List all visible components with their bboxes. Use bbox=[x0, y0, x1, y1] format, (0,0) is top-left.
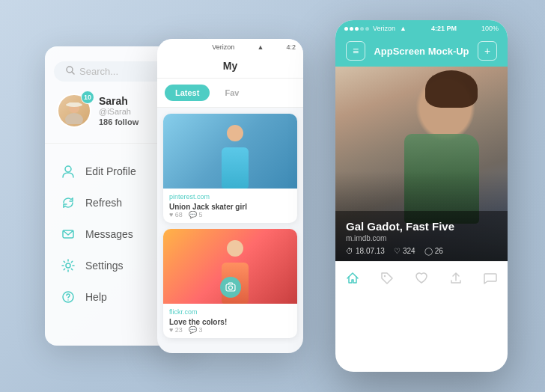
menu-label-messages: Messages bbox=[85, 228, 133, 240]
dot2 bbox=[170, 46, 174, 49]
mid-card-2-likes: ♥ 23 bbox=[169, 326, 183, 334]
mid-panel: Verizon ▲ 4:2 My Latest Fav pinterest.co… bbox=[157, 39, 303, 353]
hero-stats: ⏱ 18.07.13 ♡ 324 ◯ 26 bbox=[346, 247, 497, 255]
svg-point-3 bbox=[65, 113, 83, 124]
add-button[interactable]: + bbox=[478, 41, 497, 61]
menu-label-settings: Settings bbox=[85, 260, 124, 272]
hero-hair bbox=[425, 70, 478, 108]
wifi-icon: ▲ bbox=[400, 25, 407, 32]
mid-card-1-title: Union Jack skater girl bbox=[169, 203, 291, 211]
mid-card-2-comments: 💬 3 bbox=[189, 326, 203, 334]
mid-card-2-stats: ♥ 23 💬 3 bbox=[169, 326, 291, 334]
mid-wifi-icon: ▲ bbox=[257, 43, 264, 51]
notification-badge: 10 bbox=[81, 91, 94, 104]
menu-label-edit-profile: Edit Profile bbox=[85, 165, 136, 177]
svg-point-11 bbox=[67, 299, 69, 301]
hero-date: 18.07.13 bbox=[356, 247, 385, 255]
battery-label: 100% bbox=[481, 25, 499, 32]
hero-likes-stat: ♡ 324 bbox=[394, 247, 415, 255]
gear-icon bbox=[60, 257, 76, 274]
dot3 bbox=[175, 46, 179, 49]
search-icon bbox=[66, 66, 75, 77]
mid-card-2-info: flickr.com Love the colors! ♥ 23 💬 3 bbox=[163, 304, 297, 338]
mid-header-title: My bbox=[223, 60, 237, 72]
status-left: Verizon ▲ bbox=[344, 25, 407, 32]
mid-carrier: Verizon bbox=[212, 43, 234, 51]
carrier-label: Verizon bbox=[373, 25, 395, 32]
menu-label-help: Help bbox=[85, 291, 107, 303]
svg-point-7 bbox=[65, 166, 71, 172]
mid-card-2[interactable]: flickr.com Love the colors! ♥ 23 💬 3 bbox=[163, 229, 297, 338]
mid-card-1-comments: 💬 5 bbox=[189, 211, 203, 218]
hero-source: m.imdb.com bbox=[346, 234, 497, 242]
envelope-icon bbox=[60, 226, 76, 242]
svg-point-14 bbox=[384, 275, 386, 277]
hero-date-stat: ⏱ 18.07.13 bbox=[346, 247, 385, 255]
comment-icon: ◯ bbox=[424, 247, 433, 255]
refresh-icon bbox=[60, 195, 76, 211]
menu-button[interactable]: ≡ bbox=[346, 41, 365, 61]
hero-caption: Gal Gadot, Fast Five m.imdb.com ⏱ 18.07.… bbox=[335, 211, 508, 261]
mid-card-1-stats: ♥ 68 💬 5 bbox=[169, 211, 291, 218]
dot1 bbox=[165, 46, 168, 49]
mid-card-2-title: Love the colors! bbox=[169, 318, 291, 326]
menu-label-refresh: Refresh bbox=[85, 197, 122, 209]
dot4 bbox=[180, 46, 184, 49]
s-dot3 bbox=[355, 27, 359, 31]
avatar-wrap: 10 bbox=[57, 94, 91, 128]
hero-comments-stat: ◯ 26 bbox=[424, 247, 443, 255]
mid-status-bar: Verizon ▲ 4:2 bbox=[157, 39, 303, 54]
mid-time: 4:2 bbox=[286, 43, 296, 51]
search-placeholder: Search... bbox=[79, 66, 118, 77]
mid-content: pinterest.com Union Jack skater girl ♥ 6… bbox=[157, 108, 303, 344]
clock-icon: ⏱ bbox=[346, 247, 353, 255]
nav-tag[interactable] bbox=[378, 269, 396, 287]
app-header: ≡ AppScreen Mock-Up + bbox=[335, 35, 508, 67]
tab-latest[interactable]: Latest bbox=[165, 85, 210, 101]
bottom-nav bbox=[335, 261, 508, 295]
nav-share[interactable] bbox=[447, 269, 465, 287]
mid-tabs: Latest Fav bbox=[157, 79, 303, 108]
right-panel: Verizon ▲ 4:21 PM 100% ≡ AppScreen Mock-… bbox=[335, 20, 508, 372]
s-dot2 bbox=[350, 27, 353, 31]
tab-favorites[interactable]: Fav bbox=[214, 85, 249, 101]
nav-home[interactable] bbox=[344, 269, 362, 287]
mid-card-1-source: pinterest.com bbox=[169, 193, 291, 200]
nav-heart[interactable] bbox=[412, 269, 430, 287]
svg-point-13 bbox=[228, 286, 232, 290]
svg-rect-12 bbox=[226, 284, 235, 291]
hero-title: Gal Gadot, Fast Five bbox=[346, 220, 497, 233]
hero-image: Gal Gadot, Fast Five m.imdb.com ⏱ 18.07.… bbox=[335, 67, 508, 261]
user-icon bbox=[60, 163, 76, 180]
mid-card-1-likes: ♥ 68 bbox=[169, 211, 183, 218]
mid-header: My bbox=[157, 54, 303, 79]
status-bar: Verizon ▲ 4:21 PM 100% bbox=[335, 20, 508, 35]
app-title: AppScreen Mock-Up bbox=[365, 46, 478, 57]
camera-icon bbox=[220, 277, 241, 298]
svg-point-9 bbox=[66, 263, 70, 268]
s-dot5 bbox=[365, 27, 369, 31]
mid-card-1-info: pinterest.com Union Jack skater girl ♥ 6… bbox=[163, 189, 297, 223]
followers-count: 186 bbox=[99, 117, 112, 126]
mid-card-2-source: flickr.com bbox=[169, 308, 291, 316]
svg-line-1 bbox=[72, 72, 74, 74]
hero-comments: 26 bbox=[435, 247, 443, 255]
heart-icon: ♡ bbox=[394, 247, 401, 255]
nav-comment[interactable] bbox=[481, 269, 499, 287]
mid-card-2-image bbox=[163, 229, 297, 304]
dot5 bbox=[186, 46, 189, 49]
hero-likes: 324 bbox=[403, 247, 415, 255]
help-icon bbox=[60, 289, 76, 305]
followers-label: follow bbox=[115, 117, 138, 126]
svg-rect-6 bbox=[68, 102, 80, 106]
s-dot4 bbox=[360, 27, 364, 31]
time-display: 4:21 PM bbox=[431, 25, 457, 32]
s-dot1 bbox=[344, 27, 348, 31]
mid-signal bbox=[165, 46, 189, 49]
mid-card-1-image bbox=[163, 114, 297, 189]
mid-card-1[interactable]: pinterest.com Union Jack skater girl ♥ 6… bbox=[163, 114, 297, 223]
